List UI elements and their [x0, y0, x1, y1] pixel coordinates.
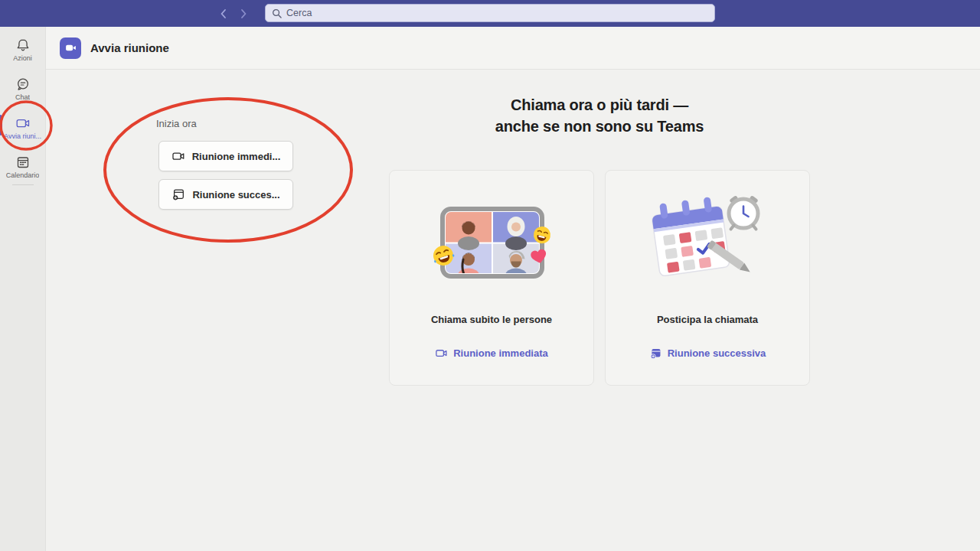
search-icon — [272, 8, 282, 18]
main-heading: Chiama ora o più tardi — anche se non so… — [389, 94, 810, 137]
nav-forward-button[interactable] — [235, 5, 252, 22]
instant-meeting-link-label: Riunione immediata — [453, 347, 548, 359]
call-now-card: Chiama subito le persone Riunione immedi… — [389, 170, 594, 386]
search-input[interactable] — [286, 8, 708, 18]
sidebar-item-label: Calendario — [6, 171, 40, 179]
page-header: Avvia riunione — [46, 27, 980, 70]
alarm-clock — [729, 195, 759, 229]
later-meeting-button-label: Riunione succes... — [192, 189, 279, 201]
main-content: Inizia ora Riunione immedi... Riunione s… — [46, 70, 980, 551]
video-icon — [435, 347, 448, 360]
page-title: Avvia riunione — [90, 41, 169, 54]
sidebar: Azioni Chat Avvia riuni... Calendar — [0, 27, 46, 551]
later-meeting-link-label: Riunione successiva — [668, 347, 766, 359]
call-now-card-title: Chiama subito le persone — [390, 314, 593, 325]
calendar-add-icon — [649, 347, 662, 360]
sidebar-item-label: Azioni — [13, 54, 32, 62]
sidebar-item-label: Chat — [15, 93, 30, 101]
bell-icon — [15, 37, 31, 53]
sidebar-item-chat[interactable]: Chat — [0, 69, 45, 108]
video-icon — [172, 149, 185, 163]
calendar-sheet — [650, 195, 730, 276]
chat-icon — [15, 77, 31, 92]
calendar-icon — [15, 155, 31, 170]
calendar-illustration — [643, 187, 773, 295]
nav-back-button[interactable] — [215, 5, 232, 22]
video-icon — [15, 116, 31, 131]
sidebar-divider — [12, 184, 34, 185]
chevron-right-icon — [238, 8, 249, 19]
chevron-left-icon — [218, 8, 229, 19]
schedule-later-card-title: Posticipa la chiamata — [606, 314, 809, 325]
schedule-later-card: Posticipa la chiamata Riunione successiv… — [605, 170, 810, 386]
video-app-icon — [60, 37, 81, 59]
main-heading-line2: anche se non sono su Teams — [495, 118, 704, 135]
later-meeting-button[interactable]: Riunione succes... — [158, 179, 293, 210]
sidebar-item-avvia-riunione[interactable]: Avvia riuni... — [0, 108, 45, 147]
search-box[interactable] — [265, 4, 715, 22]
teams-app-window: Azioni Chat Avvia riuni... Calendar — [0, 0, 980, 551]
later-meeting-link[interactable]: Riunione successiva — [606, 347, 809, 360]
instant-meeting-link[interactable]: Riunione immediata — [390, 347, 593, 360]
cards-row: Chiama subito le persone Riunione immedi… — [389, 170, 810, 386]
calendar-add-icon — [172, 187, 185, 201]
sidebar-item-calendario[interactable]: Calendario — [0, 147, 45, 186]
sidebar-item-azioni[interactable]: Azioni — [0, 30, 45, 69]
main-heading-line1: Chiama ora o più tardi — — [511, 96, 688, 113]
top-bar — [0, 0, 980, 27]
sidebar-item-label: Avvia riuni... — [4, 132, 41, 140]
video-call-illustration — [431, 205, 554, 289]
active-item-indicator — [0, 115, 2, 135]
start-now-label: Inizia ora — [156, 118, 197, 129]
instant-meeting-button[interactable]: Riunione immedi... — [158, 141, 293, 171]
instant-meeting-button-label: Riunione immedi... — [192, 151, 281, 162]
